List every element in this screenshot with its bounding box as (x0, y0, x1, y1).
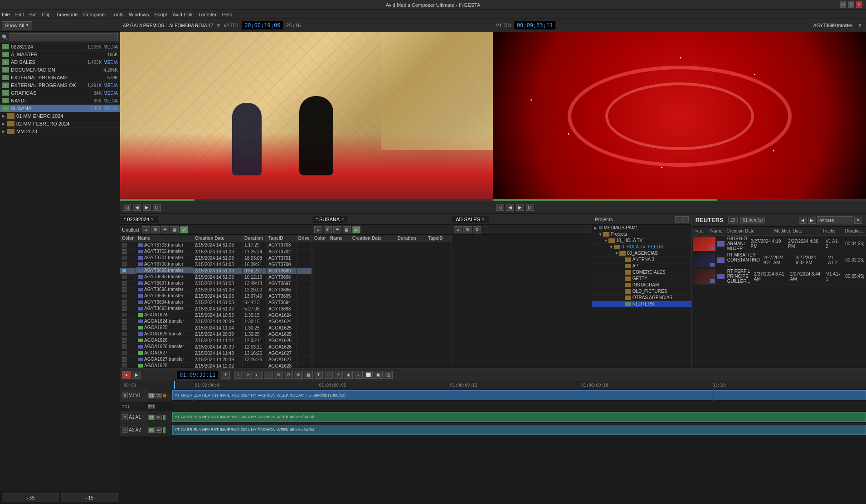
table-row[interactable]: AGYT3702.transfer 2/15/2024 14:51:03 11:… (120, 248, 311, 255)
tree-item-agencias[interactable]: ▼ 00_AGENCIAS (592, 250, 691, 257)
track-sync-btn[interactable]: S (122, 393, 128, 398)
menu-file[interactable]: File (2, 12, 10, 17)
table-row[interactable]: AGOA1628 2/15/2024 14:12:02 AGOA1628 (120, 363, 311, 368)
menu-avid-link[interactable]: Avid Link (173, 12, 193, 17)
track-a1-btn2[interactable]: A1 (156, 415, 162, 420)
view-btn[interactable]: ≡ (314, 226, 322, 233)
audio-clip-1[interactable]: YT GABRIELA HEARST INVIERNO 2024 NY FASH… (172, 412, 866, 422)
maximize-btn[interactable]: □ (848, 1, 854, 8)
preview-play-btn[interactable]: ▶ (143, 204, 151, 211)
tree-expand-btn[interactable]: + (675, 216, 681, 223)
table-row[interactable]: AGYT3699.transfer 2/15/2024 14:51:03 9:5… (120, 267, 311, 274)
list-item[interactable]: ▪ GRAFICAS 34K MEDIA (0, 89, 120, 97)
reuters-search-input[interactable] (817, 216, 853, 224)
tl-record-btn[interactable]: ● (122, 371, 131, 379)
reuters-close-btn[interactable]: ✕ (854, 217, 862, 224)
table-row[interactable]: AGYT3696.transfer 2/15/2024 14:51:03 12:… (120, 286, 311, 293)
table-row[interactable]: AGYT3700.transfer 2/15/2024 14:51:03 16:… (120, 261, 311, 267)
track-a2-btn2[interactable]: A2 (156, 427, 162, 433)
table-row[interactable]: AGOA1627 2/15/2024 14:11:43 13:16:26 AGO… (120, 350, 311, 356)
right-preview-play-fwd-btn[interactable]: ▷ (526, 204, 534, 211)
tab-ad-sales[interactable]: AD SALES ✕ (452, 216, 489, 223)
menu-timecode[interactable]: Timecode (56, 12, 78, 17)
tree-item-ap[interactable]: AP (592, 263, 691, 269)
table-row[interactable]: AGOA1627.transfer 2/15/2024 14:20:39 13:… (120, 356, 311, 363)
view-grid-btn[interactable]: ⊞ (151, 226, 160, 233)
view-frame-btn[interactable]: ▦ (170, 226, 179, 233)
dropdown-icon[interactable]: ▼ (216, 23, 221, 28)
list-item[interactable]: ▪ AD SALES 1,423K MEDIA (0, 58, 120, 66)
menu-composer[interactable]: Composer (83, 12, 106, 17)
tree-collapse-btn[interactable]: − (682, 216, 689, 223)
table-row[interactable]: AGOA1625.transfer 2/15/2024 14:20:39 1:3… (120, 331, 311, 337)
table-row[interactable]: AGOA1624 2/15/2024 14:10:53 1:30:15 AGOA… (120, 312, 311, 318)
reuters-prev-btn[interactable]: ◀ (799, 217, 807, 224)
tab-close-icon[interactable]: ✕ (341, 217, 345, 222)
show-all-button[interactable]: Show All ▼ (2, 21, 32, 29)
view-btn-b[interactable]: ⊞ (463, 226, 472, 233)
tree-item-antena3[interactable]: ANTENA 3 (592, 257, 691, 263)
tl-tool-13[interactable]: ∿ (354, 371, 363, 379)
table-row[interactable]: AGOA1625 2/15/2024 14:11:04 1:30:25 AGOA… (120, 325, 311, 331)
tree-item-feeds[interactable]: ▼ 0_HOLA TV_FEEDS (592, 244, 691, 250)
menu-clip[interactable]: Clip (42, 12, 51, 17)
preview-mark-in-btn[interactable]: ◁ (123, 204, 131, 211)
track-tc1-btn[interactable]: TC1 (148, 404, 155, 409)
menu-transfer[interactable]: Transfer (198, 12, 217, 17)
close-btn[interactable]: ✕ (856, 1, 862, 8)
view-list-btn[interactable]: ☰ (161, 226, 169, 233)
tree-item-mediaus[interactable]: ▶ 🖥 MEDIAUS-PAM1 (592, 225, 691, 231)
reuters-row[interactable]: RT MISA REY CONSTANTINO ... 2/27/2024 9:… (692, 252, 866, 268)
list-item[interactable]: ▶ MM 2023 (0, 128, 120, 136)
tree-item-instagram[interactable]: INSTAGRAM (592, 282, 691, 288)
view-btn3[interactable]: ☰ (333, 226, 341, 233)
tl-tool-14[interactable]: ⬜ (364, 371, 373, 379)
track-a1-btn1[interactable]: A1 (148, 415, 155, 420)
tl-tool-10[interactable]: ↔ (324, 371, 333, 379)
reuters-row[interactable]: RT GIORGIO ARMANI MUJER ... 2/27/2024 4:… (692, 236, 866, 252)
view-btn4[interactable]: ▦ (343, 226, 351, 233)
track-v1-auto-btn[interactable]: V1 (156, 393, 162, 398)
right-preview-play-rev-btn[interactable]: ◀ (506, 204, 514, 211)
list-item[interactable]: ▪ A_MASTER 165K (0, 51, 120, 58)
view-script-btn[interactable]: ≡ (142, 226, 150, 233)
tl-tool-16[interactable]: ◫ (384, 371, 393, 379)
tab-close-icon[interactable]: ✕ (482, 217, 485, 222)
tree-item-comerciales[interactable]: COMERCIALES (592, 269, 691, 276)
tree-item-10hola[interactable]: ▼ 10_HOLA TV (592, 237, 691, 244)
tl-tool-8[interactable]: ▦ (304, 371, 313, 379)
list-item[interactable]: ▪ SUSANA 645K MEDIA (0, 105, 120, 112)
tl-tool-12[interactable]: ◈ (344, 371, 353, 379)
tl-tool-6[interactable]: ⊖ (284, 371, 293, 379)
audio-clip-2[interactable]: YT GABRIELA HEARST INVIERNO 2024 NY FASH… (172, 425, 866, 435)
tl-play-btn[interactable]: ▶ (132, 371, 141, 379)
list-item[interactable]: ▪ 02282024 1,905K MEDIA (0, 43, 120, 51)
tl-tool-5[interactable]: ⊕ (274, 371, 283, 379)
table-row[interactable]: AGYT3698.transfer 2/15/2024 14:51:03 10:… (120, 274, 311, 280)
tree-item-getty[interactable]: GETTY (592, 276, 691, 282)
view-btn5[interactable]: ✓ (352, 226, 360, 233)
tl-tool-15[interactable]: ▣ (374, 371, 383, 379)
tl-tool-11[interactable]: ⌖ (334, 371, 343, 379)
tl-tool-1[interactable]: ↕ (234, 371, 243, 379)
list-item[interactable]: ▪ NAYDI 69K MEDIA (0, 97, 120, 105)
settings-btn[interactable]: ⚙ (473, 226, 481, 233)
right-preview-mark-in-btn[interactable]: ◁ (496, 204, 504, 211)
right-preview-play-btn[interactable]: ▶ (516, 204, 524, 211)
video-clip[interactable]: YT GABRIELA HEARST INVIERNO 2024 NY FASH… (172, 390, 866, 400)
menu-bin[interactable]: Bin (29, 12, 37, 17)
menu-script[interactable]: Script (155, 12, 167, 17)
list-item[interactable]: ▪ EXTERNAL PROGRAMS OK 1,991K MEDIA (0, 82, 120, 89)
table-row[interactable]: AGYT3701.transfer 2/15/2024 14:51:03 18:… (120, 255, 311, 261)
table-row[interactable]: AGYT3694.transfer 2/15/2024 14:51:03 6:4… (120, 299, 311, 305)
menu-windows[interactable]: Windows (129, 12, 149, 17)
tree-item-otras-agencias[interactable]: OTRAS AGENCIAS (592, 295, 691, 301)
tl-tool-2[interactable]: ✂ (244, 371, 253, 379)
list-item[interactable]: ▪ EXTERNAL PROGRAMS 579K (0, 74, 120, 82)
table-row[interactable]: AGYT3703.transfer 2/15/2024 14:51:03 1:1… (120, 242, 311, 249)
menu-help[interactable]: Help (222, 12, 233, 17)
table-row[interactable]: AGOA1626.transfer 2/15/2024 14:20:39 12:… (120, 344, 311, 350)
track-a2-btn1[interactable]: A2 (148, 427, 155, 433)
table-row[interactable]: AGOA1624.transfer 2/15/2024 14:20:39 1:3… (120, 318, 311, 325)
tree-item-reuters[interactable]: REUTERS (592, 301, 691, 307)
